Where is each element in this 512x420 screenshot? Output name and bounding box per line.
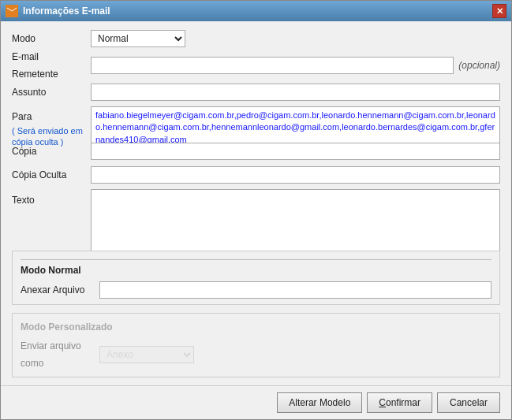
modo-normal-section: Modo Normal Anexar Arquivo	[12, 251, 500, 305]
modo-label: Modo	[12, 30, 91, 47]
window-icon	[6, 5, 18, 17]
assunto-input[interactable]	[91, 84, 500, 101]
texto-row: Texto	[12, 189, 500, 243]
anexar-arquivo-input-col	[99, 281, 491, 299]
form-content: Modo Normal Personalizado E-mail Remeten…	[1, 21, 511, 385]
window-title: Informações E-mail	[23, 6, 110, 17]
email-remetente-label: E-mail Remetente	[12, 48, 91, 83]
anexar-arquivo-row: Anexar Arquivo	[21, 281, 491, 299]
modo-select[interactable]: Normal Personalizado	[91, 30, 185, 47]
svg-rect-0	[7, 6, 17, 13]
copia-row: Cópia	[12, 142, 500, 161]
enviar-arquivo-como-input-col: Anexo Link	[99, 346, 491, 363]
title-bar-left: Informações E-mail	[6, 5, 110, 17]
anexar-arquivo-label: Anexar Arquivo	[21, 281, 99, 299]
modo-input-col: Normal Personalizado	[91, 30, 500, 47]
copia-oculta-input-col	[91, 166, 500, 184]
enviar-arquivo-como-select[interactable]: Anexo Link	[99, 346, 194, 363]
optional-label: (opcional)	[458, 60, 500, 71]
copia-input-col	[91, 143, 500, 160]
copia-label: Cópia	[12, 143, 91, 160]
close-button[interactable]: ✕	[492, 4, 506, 18]
email-remetente-input[interactable]	[91, 57, 454, 74]
texto-label: Texto	[12, 189, 91, 209]
enviar-arquivo-como-label: Enviar arquivo como	[21, 337, 99, 372]
copia-oculta-row: Cópia Oculta	[12, 165, 500, 184]
modo-personalizado-section: Modo Personalizado Enviar arquivo como A…	[12, 313, 500, 377]
title-bar: Informações E-mail ✕	[1, 1, 511, 21]
copia-oculta-input[interactable]	[91, 166, 500, 184]
modo-normal-header: Modo Normal	[21, 259, 491, 276]
texto-textarea[interactable]	[91, 189, 500, 260]
assunto-input-col	[91, 84, 500, 101]
confirmar-button[interactable]: Confirmar	[367, 392, 432, 413]
anexar-arquivo-input[interactable]	[99, 281, 491, 299]
alterar-modelo-button[interactable]: Alterar Modelo	[277, 392, 362, 413]
assunto-label: Assunto	[12, 84, 91, 101]
modo-personalizado-header: Modo Personalizado	[21, 322, 491, 333]
cancelar-button[interactable]: Cancelar	[437, 392, 500, 413]
para-row: Para ( Será enviado emcópia oculta ) fab…	[12, 106, 500, 137]
footer: Alterar Modelo Confirmar Cancelar	[1, 385, 511, 419]
enviar-arquivo-como-row: Enviar arquivo como Anexo Link	[21, 337, 491, 372]
email-remetente-row: E-mail Remetente (opcional)	[12, 53, 500, 78]
modo-row: Modo Normal Personalizado	[12, 29, 500, 48]
assunto-row: Assunto	[12, 83, 500, 102]
email-remetente-input-col	[91, 57, 454, 74]
copia-input[interactable]	[91, 143, 500, 160]
para-label: Para	[12, 108, 86, 125]
copia-oculta-label: Cópia Oculta	[12, 166, 91, 184]
main-window: Informações E-mail ✕ Modo Normal Persona…	[0, 0, 512, 420]
